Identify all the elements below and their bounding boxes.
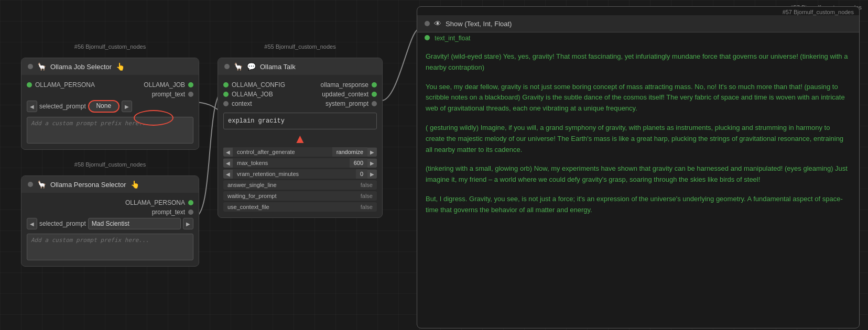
node-56-emoji-hand: 👆 [116,62,125,71]
node-55-port-config: OLLAMA_CONFIG [223,81,285,89]
node-57-tag: text_int_float [417,32,859,44]
output-para-3: (tinkering with a small, glowing orb) No… [426,163,851,185]
node-55-label-context: context [232,100,252,107]
node-55-title: Ollama Talk [260,63,296,71]
bool-2-label: use_context_file [227,204,269,210]
node-56-value-display[interactable]: None [88,100,120,113]
node-55-header: 🦙 💬 Ollama Talk [218,58,382,75]
node-55-port-system: system_prompt [326,100,377,107]
node-55-body: OLLAMA_CONFIG ollama_response OLLAMA_JOB… [218,75,382,217]
control-0-label: control_after_generate [233,147,332,157]
node-56-header: 🦙 Ollama Job Selector 👆 [21,58,199,75]
node-55: #55 Bjornulf_custom_nodes 🦙 💬 Ollama Tal… [218,58,383,218]
bool-row-1: waiting_for_prompt false [223,191,377,201]
node-58-next-btn[interactable]: ▶ [183,218,193,229]
node-57-dot-tag [425,35,430,40]
node-56-port-left-persona: OLLAMA_PERSONA [27,81,95,89]
control-2-right-btn[interactable]: ▶ [367,170,377,179]
node-58-dot-prompt [188,210,193,215]
control-2-label: vram_retention_minutes [233,169,356,179]
node-55-label-response: ollama_response [321,81,368,89]
node-58-port-right-prompt: prompt_text [152,208,193,216]
node-58-prev-btn[interactable]: ◀ [27,218,37,229]
node-55-dot-system [372,101,377,106]
node-55-prompt-input[interactable] [223,113,377,129]
node-56-port-right-job: OLLAMA_JOB [144,81,193,89]
node-57-header: 👁 Show (Text, Int, Float) [417,15,859,32]
node-55-label-job: OLLAMA_JOB [232,91,273,98]
node-55-port-row-3: context system_prompt [223,100,377,107]
node-55-status-dot [224,64,230,69]
node-56-prev-btn[interactable]: ◀ [27,101,37,112]
control-row-1: ◀ max_tokens 600 ▶ [223,158,377,168]
node-58-textarea[interactable] [27,234,193,260]
node-57-eye-icon: 👁 [434,19,441,28]
node-55-dot-context [223,101,229,106]
control-2-left-btn[interactable]: ◀ [223,170,233,179]
node-55-emoji-llama: 🦙 [234,62,243,71]
node-58-body: OLLAMA_PERSONA prompt_text ◀ selected_pr… [21,193,199,266]
node-56-dot-job [188,82,193,87]
node-58-header: 🦙 Ollama Persona Selector 👆 [21,176,199,193]
node-57-body[interactable]: Gravity! (wild-eyed stare) Yes, yes, gra… [417,44,859,323]
control-row-0: ◀ control_after_generate randomize ▶ [223,147,377,157]
control-row-2: ◀ vram_retention_minutes 0 ▶ [223,169,377,179]
node-57-top-label: #57 Bjornulf_custom_nodes [417,7,859,15]
control-1-label: max_tokens [233,158,350,168]
node-56-next-btn[interactable]: ▶ [122,101,132,112]
node-58-title: Ollama Persona Selector [50,181,126,189]
node-58-port-row-2: prompt_text [27,208,193,216]
node-56-body: OLLAMA_PERSONA OLLAMA_JOB prompt_text ◀ … [21,75,199,149]
node-55-dot-config [223,82,229,87]
bool-2-value: false [361,204,373,210]
node-55-emoji-chat: 💬 [247,62,256,71]
node-58: #58 Bjornulf_custom_nodes 🦙 Ollama Perso… [21,175,199,267]
node-58-dot-persona [188,200,193,205]
node-58-port-row-1: OLLAMA_PERSONA [27,199,193,206]
node-58-label-prompt: prompt_text [152,208,185,216]
node-55-port-row-2: OLLAMA_JOB updated_context [223,91,377,98]
node-56-port-right-prompt: prompt_text [152,91,193,98]
output-para-1: You see, my dear fellow, gravity is not … [426,82,851,114]
node-55-port-response: ollama_response [321,81,377,89]
node-56-input-row: ◀ selected_prompt None ▶ [27,100,193,113]
bool-0-label: answer_single_line [227,182,277,188]
node-58-label-persona: OLLAMA_PERSONA [125,199,185,206]
node-55-red-arrow: ▲ [223,133,377,145]
control-0-left-btn[interactable]: ◀ [223,148,233,157]
output-para-2: ( gesturing wildly) Imagine, if you will… [426,123,851,155]
node-56-port-row-2: prompt_text [27,91,193,98]
node-58-emoji-hand: 👆 [131,180,139,189]
node-57-title: Show (Text, Int, Float) [446,20,512,28]
node-55-dot-job [223,92,229,97]
node-57-status-dot [425,21,430,26]
node-56-label-job: OLLAMA_JOB [144,81,185,89]
node-58-emoji-llama: 🦙 [37,180,46,189]
node-58-value-input[interactable] [88,218,181,229]
control-1-left-btn[interactable]: ◀ [223,159,233,168]
node-55-label-system: system_prompt [326,100,368,107]
node-55-port-job: OLLAMA_JOB [223,91,273,98]
node-58-port-right-persona: OLLAMA_PERSONA [125,199,193,206]
output-para-4: But, I digress. Gravity, you see, is not… [426,194,851,216]
node-57: #57 Bjornulf_custom_nodes 👁 Show (Text, … [417,6,860,328]
bool-1-label: waiting_for_prompt [227,193,277,199]
node-56-title: Ollama Job Selector [50,63,112,71]
node-56: #56 Bjornulf_custom_nodes 🦙 Ollama Job S… [21,58,199,150]
node-56-dot-prompt [188,92,193,97]
bool-1-value: false [361,193,373,199]
node-56-status-dot [28,64,33,69]
node-56-emoji-llama: 🦙 [37,62,46,71]
node-56-textarea[interactable] [27,117,193,144]
node-55-port-context-out: updated_context [322,91,377,98]
control-0-right-btn[interactable]: ▶ [367,148,377,157]
node-58-label: #58 Bjornulf_custom_nodes [21,161,199,168]
node-55-port-context: context [223,100,252,107]
node-56-label-prompt: prompt_text [152,91,185,98]
node-55-label: #55 Bjornulf_custom_nodes [218,43,382,50]
bool-0-value: false [361,182,373,188]
node-58-status-dot [28,182,33,187]
control-1-right-btn[interactable]: ▶ [367,159,377,168]
bool-row-2: use_context_file false [223,202,377,212]
node-55-port-row-1: OLLAMA_CONFIG ollama_response [223,81,377,89]
